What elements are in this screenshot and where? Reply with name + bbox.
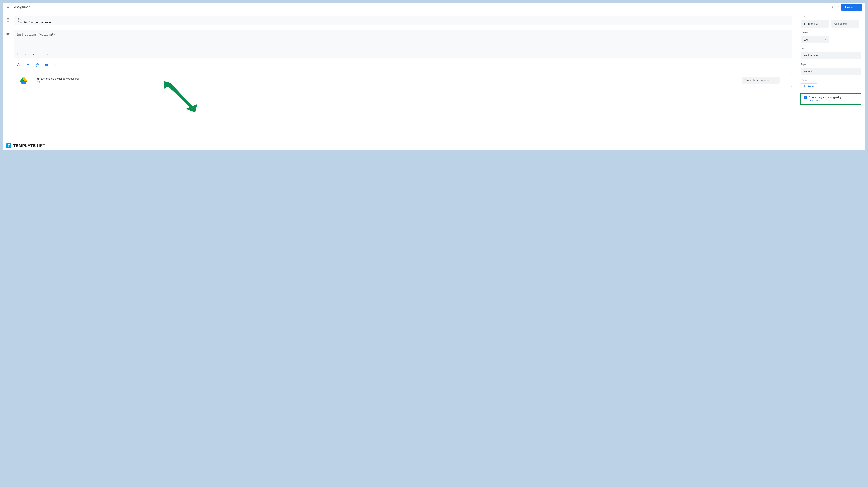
rubric-label: Rubric — [801, 79, 861, 82]
assign-dropdown-button[interactable] — [856, 4, 862, 10]
chevron-down-icon — [824, 22, 826, 25]
due-dropdown[interactable]: No due date — [801, 52, 861, 59]
svg-rect-5 — [40, 53, 42, 53]
page-title: Assignment — [14, 5, 31, 9]
chevron-down-icon — [855, 22, 857, 25]
instructions-field[interactable] — [14, 30, 792, 58]
svg-point-2 — [40, 53, 40, 53]
underline-button[interactable] — [31, 52, 35, 56]
youtube-icon[interactable] — [44, 63, 49, 67]
svg-point-4 — [40, 55, 40, 55]
svg-rect-6 — [40, 54, 42, 54]
close-icon[interactable] — [6, 5, 10, 9]
bold-button[interactable] — [17, 52, 20, 56]
title-label: Title — [17, 18, 789, 20]
watermark-brand: TEMPLATE — [13, 143, 36, 148]
students-dropdown[interactable]: All students — [831, 20, 859, 28]
points-label: Points — [801, 31, 861, 34]
topic-value: No topic — [803, 70, 813, 73]
class-dropdown[interactable]: 4-Emerald 3 — [801, 20, 829, 28]
chevron-down-icon — [856, 70, 858, 73]
due-value: No due date — [803, 54, 817, 57]
saved-status: Saved — [831, 6, 838, 9]
points-dropdown[interactable]: 100 — [801, 36, 829, 44]
svg-point-3 — [40, 54, 40, 54]
points-value: 100 — [803, 38, 808, 41]
drive-file-icon — [14, 73, 33, 87]
watermark: T TEMPLATE.NET — [6, 143, 45, 148]
watermark-icon: T — [6, 143, 11, 148]
clipboard-icon — [6, 18, 10, 23]
clear-format-button[interactable] — [46, 52, 50, 56]
chevron-down-icon — [775, 79, 777, 82]
assign-button[interactable]: Assign — [841, 4, 856, 10]
rubric-button[interactable]: Rubric — [801, 83, 817, 89]
originality-checkbox[interactable] — [804, 96, 807, 99]
class-value: 4-Emerald 3 — [803, 22, 817, 25]
bullet-list-button[interactable] — [39, 52, 42, 56]
topic-dropdown[interactable]: No topic — [801, 67, 861, 75]
link-icon[interactable] — [35, 63, 39, 67]
upload-icon[interactable] — [26, 63, 30, 67]
rubric-button-label: Rubric — [807, 85, 815, 88]
chevron-down-icon — [856, 54, 858, 57]
svg-rect-7 — [40, 55, 42, 55]
originality-section: Check plagiarism (originality) Learn mor… — [800, 93, 862, 105]
students-value: All students — [834, 22, 847, 25]
create-icon[interactable] — [54, 63, 58, 67]
watermark-suffix: .NET — [36, 143, 45, 148]
title-field[interactable]: Title — [14, 16, 792, 26]
italic-button[interactable] — [24, 52, 28, 56]
learn-more-link[interactable]: Learn more — [809, 99, 842, 102]
attachment-access-label: Students can view file — [745, 79, 770, 82]
remove-attachment-button[interactable] — [785, 79, 788, 82]
originality-label: Check plagiarism (originality) — [809, 96, 842, 99]
due-label: Due — [801, 47, 861, 50]
attachment-filename: climate-change-evidence-causes.pdf — [36, 77, 739, 80]
attachment-type: PDF — [36, 81, 739, 83]
topic-label: Topic — [801, 63, 861, 66]
instructions-textarea[interactable] — [14, 30, 792, 50]
for-label: For — [801, 16, 861, 18]
title-input[interactable] — [17, 20, 789, 24]
drive-attach-icon[interactable] — [17, 63, 21, 67]
attachment-access-dropdown[interactable]: Students can view file — [742, 77, 780, 84]
text-icon — [6, 31, 10, 36]
attachment-item: climate-change-evidence-causes.pdf PDF S… — [14, 73, 792, 87]
chevron-down-icon — [824, 38, 826, 41]
